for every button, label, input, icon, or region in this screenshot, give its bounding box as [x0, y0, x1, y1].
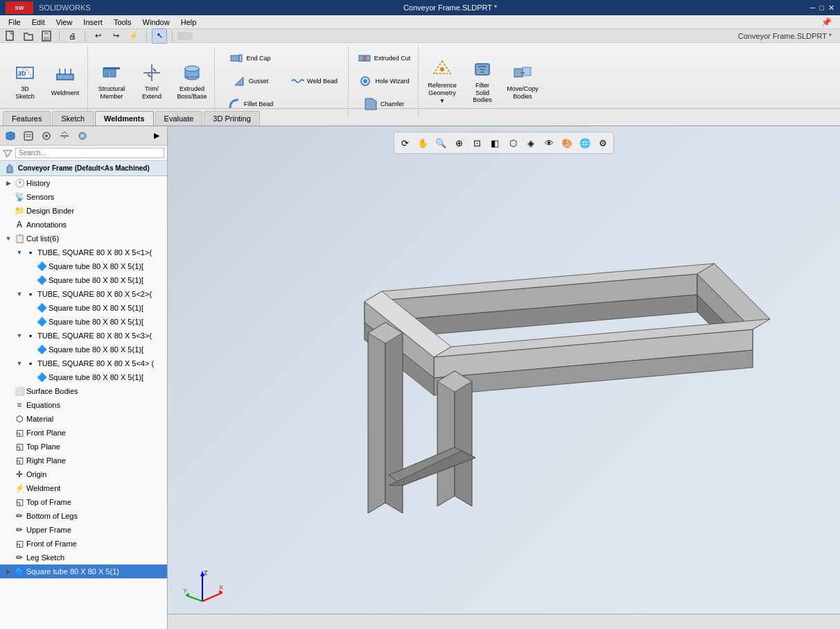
tab-weldments[interactable]: Weldments [95, 111, 153, 126]
menu-help[interactable]: Help [175, 17, 202, 28]
tree-expand-tube4[interactable]: ▼ [15, 359, 24, 368]
chamfer-btn[interactable]: Chamfer [353, 93, 415, 115]
tree-expand-cutlist[interactable]: ▼ [4, 234, 12, 243]
property-manager-btn[interactable] [21, 128, 36, 144]
dime-xpert-btn[interactable]: + [57, 128, 72, 144]
tree-expand-tube1[interactable]: ▼ [15, 248, 24, 257]
tab-features[interactable]: Features [3, 111, 51, 126]
menu-file[interactable]: File [3, 17, 26, 28]
display-manager-btn[interactable] [75, 128, 90, 144]
tree-expand-tube2[interactable]: ▼ [15, 290, 24, 298]
tree-item-bottom-of-legs[interactable]: ▶ ✏ Bottom of Legs [0, 509, 167, 523]
tree-item-sensors[interactable]: ▶ 📡 Sensors [0, 190, 167, 204]
3d-sketch-btn[interactable]: 3D 3DSketch [6, 57, 44, 105]
tree-item-material[interactable]: ▶ ⬡ Material [0, 412, 167, 426]
open-document-btn[interactable] [21, 28, 36, 44]
tree-item-origin[interactable]: ▶ ✛ Origin [0, 467, 167, 481]
tree-item-weldment[interactable]: ▶ ⚡ Weldment [0, 481, 167, 495]
view-selector-btn[interactable]: ⬡ [505, 135, 520, 150]
tree-item-tube2-a[interactable]: ▶ 🔷 Square tube 80 X 80 X 5(1)[ [0, 301, 167, 315]
print-btn[interactable]: 🖨 [64, 28, 80, 44]
zoom-view-btn[interactable]: 🔍 [433, 135, 448, 150]
3d-viewport[interactable]: ⟳ ✋ 🔍 ⊕ ⊡ ◧ ⬡ ◈ 👁 🎨 🌐 ⚙ [168, 126, 840, 629]
tree-label-tube1-b: Square tube 80 X 80 X 5(1)[ [49, 276, 143, 284]
tree-item-top-plane[interactable]: ▶ ◱ Top Plane [0, 440, 167, 454]
tree-item-history[interactable]: ▶ 🕐 History [0, 176, 167, 190]
hole-wizard-btn[interactable]: Hole Wizard [353, 70, 415, 92]
tab-evaluate[interactable]: Evaluate [155, 111, 203, 126]
minimize-btn[interactable]: ─ [810, 3, 816, 12]
tree-item-tube1-b[interactable]: ▶ 🔷 Square tube 80 X 80 X 5(1)[ [0, 273, 167, 287]
tree-item-tube4[interactable]: ▼ ▪ TUBE, SQUARE 80 X 80 X 5<4> ( [0, 356, 167, 370]
tree-label-top-plane: Top Plane [26, 442, 60, 451]
configuration-manager-btn[interactable] [39, 128, 54, 144]
tree-item-tube1-a[interactable]: ▶ 🔷 Square tube 80 X 80 X 5(1)[ [0, 259, 167, 273]
tree-expand-tube3[interactable]: ▼ [15, 331, 24, 340]
filter-input[interactable] [15, 148, 164, 158]
tab-3dprinting[interactable]: 3D Printing [204, 111, 259, 126]
tree-item-leg-sketch[interactable]: ▶ ✏ Leg Sketch [0, 551, 167, 565]
tree-expand-history[interactable]: ▶ [4, 179, 12, 187]
tree-item-annotations[interactable]: ▶ A Annotations [0, 218, 167, 232]
panel-expand-btn[interactable]: ▶ [149, 128, 164, 144]
gusset-btn[interactable]: Gusset [219, 70, 281, 92]
tree-item-tube4-a[interactable]: ▶ 🔷 Square tube 80 X 80 X 5(1)[ [0, 370, 167, 384]
pan-view-btn[interactable]: ✋ [415, 135, 430, 150]
zoom-area-btn[interactable]: ⊕ [451, 135, 466, 150]
tab-sketch[interactable]: Sketch [52, 111, 94, 126]
rotate-view-btn[interactable]: ⟳ [397, 135, 412, 150]
section-view-btn[interactable]: ◧ [487, 135, 502, 150]
tree-item-surface-bodies[interactable]: ▶ ⬜ Surface Bodies [0, 384, 167, 398]
tree-item-top-of-frame[interactable]: ▶ ◱ Top of Frame [0, 495, 167, 509]
tree-item-equations[interactable]: ▶ = Equations [0, 398, 167, 412]
tree-item-tube3-a[interactable]: ▶ 🔷 Square tube 80 X 80 X 5(1)[ [0, 343, 167, 356]
menu-insert[interactable]: Insert [78, 17, 108, 28]
tree-item-design-binder[interactable]: ▶ 📁 Design Binder [0, 204, 167, 218]
extruded-boss-btn[interactable]: ExtrudedBoss/Base [173, 57, 211, 105]
weld-bead-btn[interactable]: Weld Bead [283, 70, 345, 92]
tree-item-tube1[interactable]: ▼ ▪ TUBE, SQUARE 80 X 80 X 5<1>( [0, 245, 167, 259]
maximize-btn[interactable]: □ [819, 3, 824, 12]
tree-item-tube2[interactable]: ▼ ▪ TUBE, SQUARE 80 X 80 X 5<2>( [0, 287, 167, 301]
tree-item-tube3[interactable]: ▼ ▪ TUBE, SQUARE 80 X 80 X 5<3>( [0, 329, 167, 343]
move-copy-bodies-btn[interactable]: Move/CopyBodies [503, 57, 542, 105]
structural-member-btn[interactable]: StructuralMember [92, 57, 131, 105]
fit-view-btn[interactable]: ⊡ [469, 135, 484, 150]
weldment-btn[interactable]: Weldment [46, 57, 85, 105]
feature-manager-btn[interactable] [3, 128, 18, 144]
end-cap-btn[interactable]: End Cap [219, 47, 281, 69]
display-style-btn[interactable]: ◈ [523, 135, 539, 150]
tree-expand-square-tube-selected[interactable]: ▶ [4, 567, 12, 576]
menu-edit[interactable]: Edit [26, 17, 51, 28]
undo-btn[interactable]: ↩ [90, 28, 105, 44]
appearance-btn[interactable]: 🎨 [559, 135, 575, 150]
tree-item-front-of-frame[interactable]: ▶ ◱ Front of Frame [0, 537, 167, 551]
menu-window[interactable]: Window [137, 17, 175, 28]
tree-label-tube2: TUBE, SQUARE 80 X 80 X 5<2>( [37, 290, 152, 298]
tree-icon-front-of-frame: ◱ [14, 538, 25, 549]
tree-item-upper-frame[interactable]: ▶ ✏ Upper Frame [0, 523, 167, 537]
tree-item-front-plane[interactable]: ▶ ◱ Front Plane [0, 426, 167, 440]
select-btn[interactable]: ↖ [152, 28, 167, 44]
filter-solid-bodies-btn[interactable]: FilterSolidBodies [463, 57, 502, 105]
trim-extend-btn[interactable]: Trim/Extend [132, 57, 171, 105]
svg-line-59 [187, 596, 202, 601]
view-settings-btn[interactable]: ⚙ [595, 135, 611, 150]
svg-rect-2 [44, 31, 49, 35]
menu-tools[interactable]: Tools [108, 17, 137, 28]
menu-view[interactable]: View [51, 17, 78, 28]
rebuild-btn[interactable]: ⚡ [126, 28, 141, 44]
tree-item-tube2-b[interactable]: ▶ 🔷 Square tube 80 X 80 X 5(1)[ [0, 315, 167, 329]
tree-item-cutlist[interactable]: ▼ 📋 Cut list(6) [0, 232, 167, 245]
new-document-btn[interactable] [3, 28, 18, 44]
reference-geometry-btn[interactable]: ReferenceGeometry ▼ [423, 57, 462, 105]
tree-item-square-tube-selected[interactable]: ▶ 🔷 Square tube 80 X 80 X 5(1) [0, 565, 167, 578]
hide-show-btn[interactable]: 👁 [541, 135, 557, 150]
save-document-btn[interactable] [39, 28, 54, 44]
tree-item-right-plane[interactable]: ▶ ◱ Right Plane [0, 454, 167, 467]
scene-btn[interactable]: 🌐 [577, 135, 593, 150]
redo-btn[interactable]: ↪ [108, 28, 123, 44]
extruded-cut-btn[interactable]: Extruded Cut [353, 47, 415, 69]
tree-icon-bottom-of-legs: ✏ [14, 510, 25, 522]
close-btn[interactable]: ✕ [828, 3, 834, 12]
